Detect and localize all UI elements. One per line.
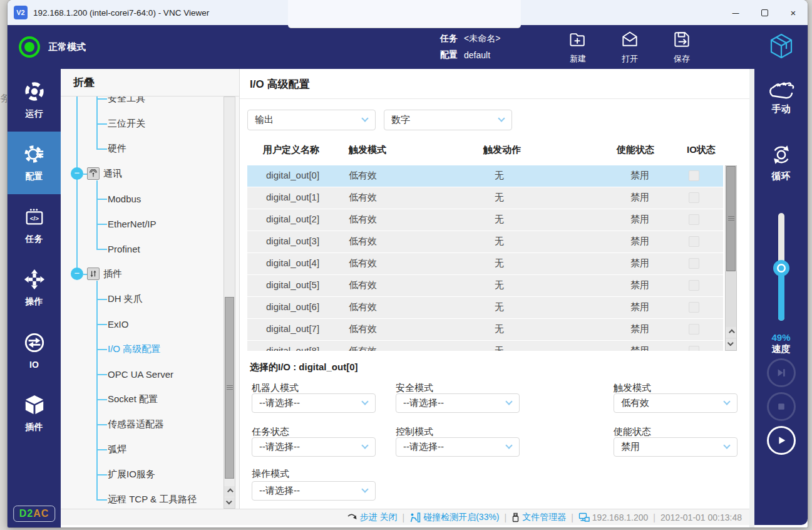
window-controls: ─ × (721, 0, 808, 25)
tree-item[interactable]: −插件 (61, 261, 220, 286)
sidebar-item-io[interactable]: IO (8, 320, 61, 382)
tree-item[interactable]: −通讯 (61, 161, 220, 186)
io-state-checkbox[interactable] (689, 302, 699, 313)
table-cell: digital_out[3] (266, 236, 319, 246)
io-table-row[interactable]: digital_out[7]低有效无禁用 (247, 319, 723, 340)
new-file-button[interactable]: 新建 (558, 28, 597, 66)
form-select[interactable]: --请选择-- (396, 437, 520, 457)
play-button[interactable] (767, 426, 796, 455)
tree-item[interactable]: 远程 TCP & 工具路径 (61, 487, 220, 509)
tree-scrollbar[interactable] (224, 96, 235, 509)
tree-scrollbar-thumb[interactable] (225, 297, 234, 479)
tree-item-label: EtherNet/IP (108, 219, 157, 229)
step-mode-toggle[interactable]: 步进 关闭 (347, 512, 398, 523)
tree-item[interactable]: 硬件 (61, 136, 220, 161)
sidebar-item-运行[interactable]: 运行 (8, 69, 61, 132)
action-label: 保存 (674, 53, 690, 65)
speed-slider-thumb[interactable] (773, 260, 789, 276)
table-cell: digital_out[0] (266, 170, 319, 180)
table-scroll-down-button[interactable] (726, 339, 736, 350)
tree-item[interactable]: DH 夹爪 (61, 286, 220, 311)
speed-slider[interactable] (778, 213, 784, 321)
loop-mode-button[interactable]: 循环 (754, 143, 808, 182)
collision-detection-toggle[interactable]: 碰撞检测开启(33%) (409, 512, 499, 523)
form-select[interactable]: 低有效 (614, 393, 737, 413)
io-table-row[interactable]: digital_out[2]低有效无禁用 (247, 209, 723, 231)
tree-item[interactable]: Modbus (61, 186, 220, 211)
tree-item[interactable]: I/O 高级配置 (61, 336, 220, 361)
speed-label: 速度 (754, 343, 808, 355)
network-status[interactable]: 192.168.1.200 (578, 512, 649, 522)
form-field-label: 机器人模式 (252, 382, 299, 394)
io-state-checkbox[interactable] (689, 214, 699, 225)
tree-scroll-down-button[interactable] (224, 497, 235, 508)
minimize-button[interactable]: ─ (721, 0, 750, 25)
io-table-row[interactable]: digital_out[4]低有效无禁用 (247, 253, 723, 274)
io-table-row[interactable]: digital_out[6]低有效无禁用 (247, 297, 723, 318)
tree-item[interactable]: Socket 配置 (61, 387, 220, 412)
tree-scroll-up-button[interactable] (224, 486, 235, 497)
file-manager-label: 文件管理器 (522, 512, 566, 523)
io-type-select[interactable]: 数字 (384, 110, 512, 130)
io-state-checkbox[interactable] (689, 192, 699, 203)
form-select[interactable]: --请选择-- (396, 393, 520, 413)
chevron-down-icon (361, 486, 368, 492)
close-button[interactable]: × (779, 0, 808, 25)
io-state-checkbox[interactable] (689, 236, 699, 247)
table-scrollbar[interactable] (725, 165, 737, 351)
maximize-button[interactable] (750, 0, 779, 25)
io-state-checkbox[interactable] (689, 280, 699, 291)
form-select[interactable]: --请选择-- (252, 437, 376, 457)
table-cell: 无 (495, 236, 504, 247)
io-state-checkbox[interactable] (689, 346, 699, 351)
sidebar-item-插件[interactable]: 插件 (8, 382, 61, 445)
tree-item[interactable]: Profinet (61, 236, 220, 261)
form-select[interactable]: --请选择-- (252, 481, 376, 501)
tree-item-label: ExIO (108, 319, 128, 330)
sidebar-item-操作[interactable]: 操作 (8, 257, 61, 320)
io-table-row[interactable]: digital_out[0]低有效无禁用 (247, 165, 723, 187)
file-manager-button[interactable]: 文件管理器 (511, 512, 566, 523)
tree-item[interactable]: 扩展IO服务 (61, 462, 220, 487)
form-select[interactable]: 禁用 (614, 437, 737, 457)
table-cell: 禁用 (630, 323, 649, 335)
vnc-toolbar-tab[interactable] (288, 0, 521, 28)
manual-mode-button[interactable]: 手动 (754, 78, 808, 115)
sidebar-item-配置[interactable]: 配置 (8, 132, 61, 194)
tree-item[interactable]: 弧焊 (61, 437, 220, 462)
io-table-row[interactable]: digital_out[3]低有效无禁用 (247, 231, 723, 252)
open-file-button[interactable]: 打开 (610, 28, 649, 66)
tree-item-label: DH 夹爪 (108, 293, 143, 305)
tree-item[interactable]: 三位开关 (61, 111, 220, 136)
tree-item[interactable]: 传感器适配器 (61, 412, 220, 437)
table-scrollbar-thumb[interactable] (726, 166, 736, 271)
tree-item-label: 弧焊 (108, 444, 126, 455)
save-button[interactable]: 保存 (662, 28, 701, 66)
form-select[interactable]: --请选择-- (252, 393, 376, 413)
table-scroll-up-button[interactable] (726, 327, 736, 338)
collapse-minus-icon[interactable]: − (71, 268, 83, 280)
tree-item[interactable]: EtherNet/IP (61, 211, 220, 236)
io-state-checkbox[interactable] (689, 170, 699, 181)
step-run-button[interactable] (767, 358, 796, 387)
tree-item[interactable]: ExIO (61, 311, 220, 336)
io-direction-select[interactable]: 输出 (247, 110, 376, 130)
table-cell: 低有效 (349, 279, 377, 291)
sidebar-item-label: 插件 (26, 422, 43, 433)
tree-item[interactable]: 安全工具 (61, 96, 220, 111)
chevron-down-icon (723, 398, 730, 405)
form-select-value: --请选择-- (252, 441, 300, 453)
sidebar-item-任务[interactable]: </>任务 (8, 194, 61, 257)
tree-collapse-header[interactable]: 折叠 (61, 69, 239, 96)
collapse-minus-icon[interactable]: − (71, 167, 83, 180)
io-table-row[interactable]: digital_out[5]低有效无禁用 (247, 275, 723, 296)
io-state-checkbox[interactable] (689, 258, 699, 269)
io-table-row[interactable]: digital_out[1]低有效无禁用 (247, 187, 723, 209)
form-select-value: 低有效 (614, 397, 649, 409)
table-cell: 低有效 (349, 323, 377, 335)
stop-button[interactable] (767, 392, 796, 421)
tree-item[interactable]: OPC UA Server (61, 361, 220, 387)
io-state-checkbox[interactable] (689, 324, 699, 335)
form-select-value: 禁用 (614, 441, 640, 453)
io-table-row[interactable]: digital_out[8]低有效无禁用 (247, 341, 723, 351)
